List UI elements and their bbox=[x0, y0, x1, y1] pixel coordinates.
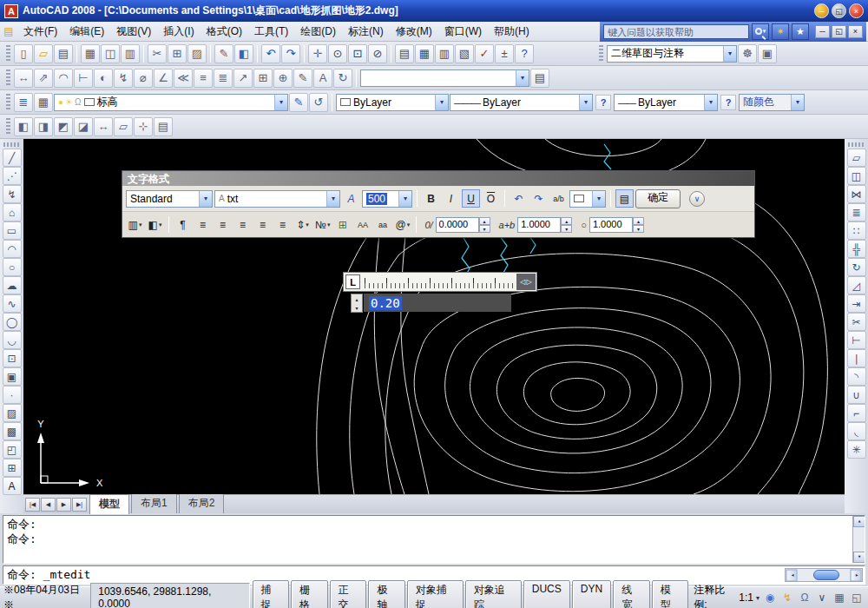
scale-icon[interactable]: ◿ bbox=[847, 276, 866, 294]
favorites-button[interactable]: ★ bbox=[792, 23, 809, 40]
explode-icon[interactable]: ✳ bbox=[847, 440, 866, 459]
text-style-combo[interactable]: Standard ▾ bbox=[126, 190, 213, 208]
save-workspace-icon[interactable]: ▣ bbox=[758, 44, 777, 63]
text-color-combo[interactable]: ▾ bbox=[569, 190, 606, 208]
layer-on-icon[interactable]: ● bbox=[58, 97, 63, 107]
dim-jogged-icon[interactable]: ↯ bbox=[114, 69, 133, 88]
combo-arrow-icon[interactable]: ▾ bbox=[592, 191, 605, 207]
spin-up-icon[interactable]: ▴ bbox=[479, 217, 490, 225]
command-hscrollbar[interactable]: ▴ ▾ bbox=[785, 568, 863, 582]
combo-arrow-icon[interactable]: ▾ bbox=[704, 95, 717, 110]
layer-combo[interactable]: ●☀Ω 标高 ▾ bbox=[54, 94, 288, 111]
tab-next-button[interactable]: ▶ bbox=[56, 498, 71, 512]
combo-arrow-icon[interactable]: ▾ bbox=[516, 70, 529, 86]
chamfer-icon[interactable]: ⌐ bbox=[847, 404, 866, 422]
status-menu-chevron-icon[interactable]: ∨ bbox=[814, 590, 830, 605]
dim-style-combo[interactable]: ▾ bbox=[360, 69, 529, 87]
cut-icon[interactable]: ✂ bbox=[148, 44, 167, 63]
quickcalc-icon[interactable]: ± bbox=[495, 44, 514, 63]
stretch-icon[interactable]: ⇥ bbox=[847, 294, 866, 313]
tab-first-button[interactable]: |◀ bbox=[25, 498, 40, 512]
region-icon[interactable]: ◰ bbox=[3, 440, 22, 459]
lwt-toggle[interactable]: 线宽 bbox=[613, 580, 650, 608]
spline-icon[interactable]: ∿ bbox=[3, 294, 22, 313]
tab-stop-button[interactable]: L bbox=[345, 274, 360, 289]
dim-update-icon[interactable]: ↻ bbox=[333, 69, 352, 88]
lineweight-combo[interactable]: —— ByLayer ▾ bbox=[614, 94, 718, 111]
break-icon[interactable]: ◝ bbox=[847, 367, 866, 386]
copy-clip-icon[interactable]: ⊞ bbox=[168, 44, 187, 63]
menu-tools[interactable]: 工具(T) bbox=[248, 22, 294, 42]
width-factor-value[interactable]: 1.0000 bbox=[589, 217, 633, 233]
circle-icon[interactable]: ○ bbox=[3, 258, 22, 276]
dim-ordinate-icon[interactable]: ⊢ bbox=[74, 69, 93, 88]
hatch-icon[interactable]: ▨ bbox=[3, 404, 22, 422]
scroll-up-icon[interactable]: ▴ bbox=[853, 516, 865, 527]
construction-line-icon[interactable]: ⋰ bbox=[3, 167, 22, 185]
toolbar-lock-icon[interactable]: Ω bbox=[797, 590, 812, 605]
combo-arrow-icon[interactable]: ▾ bbox=[274, 95, 287, 110]
lineweight-question-button[interactable]: ? bbox=[720, 95, 736, 110]
ducs-toggle[interactable]: DUCS bbox=[523, 580, 570, 608]
scroll-thumb[interactable] bbox=[813, 570, 839, 580]
coordinates-display[interactable]: 1039.6546, 29881.1298, 0.0000 bbox=[90, 583, 249, 608]
gradient-icon[interactable]: ▩ bbox=[3, 422, 22, 440]
osnap-toggle[interactable]: 对象捕捉 bbox=[407, 580, 464, 608]
toolbar-grip[interactable] bbox=[6, 118, 10, 135]
zoom-previous-icon[interactable]: ⊘ bbox=[368, 44, 387, 63]
options-expand-button[interactable]: ∨ bbox=[689, 191, 705, 207]
qnew-icon[interactable]: ▯ bbox=[14, 44, 33, 63]
minimize-button[interactable]: ─ bbox=[814, 3, 829, 18]
id-point-icon[interactable]: ⊹ bbox=[134, 117, 153, 136]
columns-button[interactable]: ▥▾ bbox=[126, 215, 144, 234]
layer-properties-icon[interactable]: ≣ bbox=[14, 93, 33, 112]
dyn-toggle[interactable]: DYN bbox=[572, 580, 611, 608]
menu-view[interactable]: 视图(V) bbox=[110, 22, 157, 42]
align-justify-button[interactable]: ≡ bbox=[253, 215, 272, 234]
dim-edit-icon[interactable]: ✎ bbox=[293, 69, 312, 88]
tab-layout2[interactable]: 布局2 bbox=[179, 493, 225, 513]
underline-button[interactable]: U bbox=[462, 189, 480, 208]
draworder-send-under-icon[interactable]: ◪ bbox=[74, 117, 93, 136]
paste-icon[interactable]: ▨ bbox=[187, 44, 207, 63]
linetype-question-button[interactable]: ? bbox=[595, 95, 611, 110]
undo-button[interactable]: ↶ bbox=[510, 189, 528, 208]
tracking-value[interactable]: 1.0000 bbox=[517, 217, 561, 233]
toolbar-grip[interactable] bbox=[848, 142, 865, 147]
offset-icon[interactable]: ≣ bbox=[847, 203, 866, 221]
draworder-bring-front-icon[interactable]: ◧ bbox=[14, 117, 33, 136]
tool-palettes-icon[interactable]: ▥ bbox=[435, 44, 454, 63]
redo-button[interactable]: ↷ bbox=[529, 189, 548, 208]
combo-arrow-icon[interactable]: ▾ bbox=[723, 46, 736, 62]
spin-down-icon[interactable]: ▾ bbox=[479, 225, 490, 233]
help-icon[interactable]: ? bbox=[515, 44, 534, 63]
oblique-angle-value[interactable]: 0.0000 bbox=[436, 217, 479, 233]
mdi-close-button[interactable]: × bbox=[848, 25, 863, 38]
insert-field-button[interactable]: ⊞ bbox=[333, 215, 352, 234]
rectangle-icon[interactable]: ▭ bbox=[3, 221, 22, 240]
plot-notify-icon[interactable]: ▦ bbox=[832, 590, 847, 605]
mdi-minimize-button[interactable]: ─ bbox=[815, 25, 830, 38]
annotation-scale-control[interactable]: 注释比例: 1:1 ▾ bbox=[694, 583, 760, 608]
color-combo[interactable]: ByLayer ▾ bbox=[336, 94, 449, 111]
layer-thaw-icon[interactable]: ☀ bbox=[65, 97, 73, 107]
break-point-icon[interactable]: ∣ bbox=[847, 349, 866, 367]
dim-continue-icon[interactable]: ≣ bbox=[214, 69, 233, 88]
dim-baseline-icon[interactable]: ≡ bbox=[194, 69, 213, 88]
spin-down-icon[interactable]: ▾ bbox=[561, 225, 572, 233]
scroll-down-icon[interactable]: ▾ bbox=[853, 552, 865, 563]
annotation-visibility-icon[interactable]: ◉ bbox=[762, 590, 778, 605]
pan-icon[interactable]: ✛ bbox=[308, 44, 327, 63]
tab-prev-button[interactable]: ◀ bbox=[41, 498, 56, 512]
make-block-icon[interactable]: ▣ bbox=[3, 367, 22, 386]
mtext-spinner[interactable]: ▴ ▾ bbox=[351, 294, 363, 313]
otrack-toggle[interactable]: 对象追踪 bbox=[465, 580, 522, 608]
uppercase-button[interactable]: AA bbox=[353, 215, 372, 234]
sheet-set-manager-icon[interactable]: ▧ bbox=[455, 44, 474, 63]
oblique-angle-spinner[interactable]: 0.0000 ▴▾ bbox=[436, 217, 490, 233]
undo-icon[interactable]: ↶ bbox=[261, 44, 280, 63]
point-icon[interactable]: · bbox=[3, 386, 22, 404]
dim-radius-icon[interactable]: ◐ bbox=[94, 69, 113, 88]
list-icon[interactable]: ▤ bbox=[154, 117, 173, 136]
extend-icon[interactable]: ⊢ bbox=[847, 331, 866, 349]
